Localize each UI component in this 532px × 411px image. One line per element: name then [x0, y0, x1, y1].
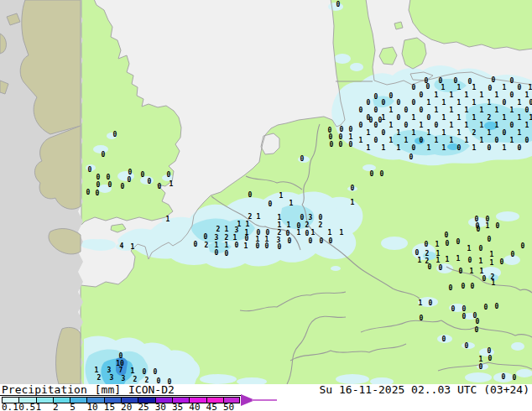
station-value: 3 — [235, 226, 239, 234]
station-value: 0 — [339, 133, 343, 141]
station-value: 1 — [367, 129, 371, 137]
station-value: 1 — [131, 367, 135, 375]
station-value: 0 — [409, 153, 414, 161]
station-value: 0 — [107, 174, 111, 181]
parameter-label: Precipitation — [2, 383, 87, 396]
station-value: 7 — [119, 367, 123, 374]
station-value: 3 — [107, 367, 112, 374]
station-value: 0 — [204, 233, 208, 241]
station-value: 0 — [380, 170, 384, 178]
outside-domain-area — [0, 0, 83, 384]
station-value: 0 — [143, 368, 147, 376]
station-value: 0 — [404, 107, 409, 114]
station-value: 1 — [450, 122, 454, 129]
station-value: 0 — [513, 374, 517, 382]
station-value: 2 — [319, 221, 323, 229]
station-value: 0 — [235, 242, 239, 249]
station-value: 1 — [289, 200, 294, 207]
station-value: 0 — [86, 189, 91, 196]
station-value: 0 — [468, 257, 472, 264]
station-value: 1 — [225, 226, 229, 233]
station-value: 1 — [279, 192, 284, 200]
station-value: 0 — [339, 141, 343, 148]
station-value: 0 — [476, 318, 480, 325]
legend-text-row: Precipitation[mm]ICON-D2 Su 16-11-2025 0… — [0, 384, 532, 395]
station-value: 0 — [330, 141, 334, 148]
station-value: 0 — [462, 283, 466, 290]
station-value: 0 — [96, 181, 101, 189]
station-value: 0 — [367, 114, 371, 122]
station-value: 1 — [472, 144, 477, 152]
station-value: 0 — [488, 144, 492, 152]
station-value: 1 — [472, 99, 477, 107]
station-value: 1 — [233, 234, 237, 242]
station-value: 0 — [349, 141, 353, 148]
colorbar-tick: 15 — [104, 403, 115, 411]
station-value: 0 — [349, 126, 353, 133]
station-value: 0 — [446, 240, 450, 247]
station-value: 2 — [305, 221, 310, 229]
station-value: 0 — [525, 137, 529, 144]
station-value: 0 — [128, 169, 133, 176]
station-value: 1 — [427, 99, 431, 107]
unit-label: [mm] — [95, 383, 121, 396]
station-value: 3 — [110, 374, 114, 382]
station-value: 1 — [397, 144, 401, 152]
station-value: 1 — [389, 137, 394, 144]
station-value: 2 — [225, 234, 229, 242]
station-value: 0 — [340, 126, 344, 133]
station-value: 1 — [389, 107, 394, 114]
colorbar-tick-labels: 0.10.5125101520253035404550 — [0, 403, 532, 411]
station-value: 1 — [503, 114, 507, 122]
station-value: 1 — [486, 222, 490, 230]
station-value: 0 — [412, 99, 416, 107]
colorbar-tick: 20 — [121, 403, 132, 411]
station-value: 1 — [170, 180, 174, 188]
station-value: 1 — [215, 242, 219, 249]
station-value: 0 — [415, 249, 420, 257]
station-value: 1 — [297, 229, 301, 237]
station-value: 0 — [374, 93, 378, 101]
station-value: 1 — [436, 257, 441, 264]
station-value: 1 — [465, 137, 469, 144]
station-value: 1 — [359, 137, 363, 144]
station-value: 1 — [450, 91, 454, 99]
station-value: 0 — [256, 242, 260, 250]
station-value: 0 — [426, 83, 430, 91]
station-value: 0 — [215, 249, 219, 257]
station-value: 2 — [216, 226, 221, 233]
station-value: 0 — [462, 313, 467, 320]
station-value: 0 — [492, 76, 496, 84]
station-value: 0 — [451, 305, 456, 313]
station-value: 0 — [420, 107, 424, 114]
station-value: 0 — [367, 99, 371, 107]
colorbar-tick: 0.5 — [18, 403, 35, 411]
station-value: 1 — [278, 214, 282, 221]
station-value: 1 — [435, 137, 439, 144]
station-value: 0 — [194, 241, 198, 248]
station-value: 0 — [420, 315, 424, 322]
station-value: 1 — [525, 91, 529, 99]
station-value: 0 — [475, 326, 479, 334]
colorbar-tick: 1 — [36, 403, 42, 411]
station-value: 1 — [495, 122, 499, 129]
station-value: 0 — [479, 363, 483, 371]
station-value: 0 — [278, 243, 282, 251]
station-value: 2 — [248, 213, 253, 221]
colorbar-tick: 5 — [70, 403, 76, 411]
station-value: 0 — [420, 137, 424, 144]
station-value: 1 — [246, 221, 250, 228]
station-value: 1 — [457, 129, 462, 137]
station-value: 1 — [490, 251, 494, 258]
station-value: 0 — [488, 236, 492, 243]
station-value: 1 — [480, 268, 484, 275]
precipitation-map-page: 0000000000000000114100000000100000000000… — [0, 0, 532, 411]
station-value: 1 — [518, 99, 522, 107]
station-value: 1 — [349, 133, 353, 141]
station-value: 0 — [397, 99, 401, 107]
station-value: 1 — [95, 367, 99, 374]
station-value: 0 — [500, 258, 504, 266]
station-value: 0 — [404, 122, 409, 129]
station-value: 0 — [336, 1, 341, 8]
station-value: 1 — [441, 84, 446, 91]
